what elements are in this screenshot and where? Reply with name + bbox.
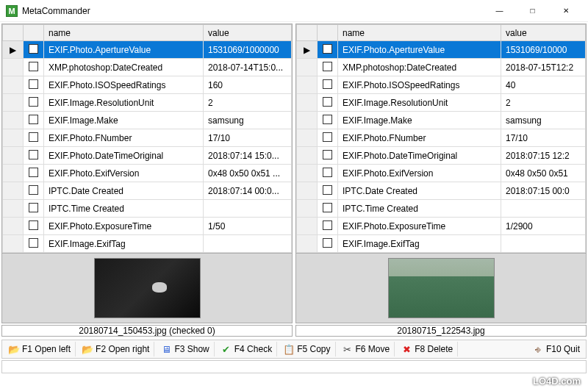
table-row[interactable]: ▶EXIF.Photo.ApertureValue1531069/1000000 [3,41,292,59]
checkbox-icon[interactable] [29,44,38,54]
row-checkbox-cell[interactable] [318,112,338,129]
row-name[interactable]: IPTC.Date Created [44,182,204,200]
row-value[interactable]: samsung [204,112,292,129]
row-value[interactable]: 2 [501,94,586,112]
table-row[interactable]: EXIF.Image.ExifTag [297,235,586,253]
table-row[interactable]: ▶EXIF.Photo.ApertureValue1531069/10000 [297,41,586,59]
row-value[interactable] [501,235,586,253]
row-name[interactable]: EXIF.Image.ResolutionUnit [44,94,204,112]
left-check-header[interactable] [24,25,44,41]
checkbox-icon[interactable] [29,203,38,212]
row-checkbox-cell[interactable] [24,182,44,200]
checkbox-icon[interactable] [323,185,332,195]
row-value[interactable]: 0x48 0x50 0x51 ... [204,165,292,182]
table-row[interactable]: EXIF.Image.ResolutionUnit2 [3,94,292,112]
table-row[interactable]: EXIF.Image.ResolutionUnit2 [297,94,586,112]
row-name[interactable]: EXIF.Photo.DateTimeOriginal [44,147,204,165]
left-name-header[interactable]: name [44,25,204,41]
row-value[interactable]: 17/10 [204,129,292,147]
table-row[interactable]: IPTC.Date Created2018:07:14 00:0... [3,182,292,200]
row-name[interactable]: EXIF.Image.ExifTag [338,235,501,253]
table-row[interactable]: EXIF.Photo.FNumber17/10 [297,129,586,147]
table-row[interactable]: IPTC.Time Created [3,200,292,218]
row-name[interactable]: EXIF.Photo.ExposureTime [338,218,501,235]
row-value[interactable]: 0x48 0x50 0x51 [501,165,586,182]
row-name[interactable]: EXIF.Photo.ISOSpeedRatings [44,76,204,94]
row-name[interactable]: EXIF.Photo.ApertureValue [338,41,501,59]
row-checkbox-cell[interactable] [24,76,44,94]
left-grid-wrap[interactable]: name value ▶EXIF.Photo.ApertureValue1531… [2,24,292,253]
row-checkbox-cell[interactable] [24,147,44,165]
row-value[interactable]: 1/2900 [501,218,586,235]
table-row[interactable]: EXIF.Photo.DateTimeOriginal2018:07:15 12… [297,147,586,165]
row-name[interactable]: EXIF.Photo.FNumber [338,129,501,147]
row-name[interactable]: EXIF.Image.ResolutionUnit [338,94,501,112]
table-row[interactable]: EXIF.Photo.ISOSpeedRatings40 [297,76,586,94]
copy-button[interactable]: 📋 F5 Copy [279,342,335,356]
table-row[interactable]: EXIF.Photo.FNumber17/10 [3,129,292,147]
table-row[interactable]: EXIF.Photo.ExifVersion0x48 0x50 0x51 [297,165,586,182]
checkbox-icon[interactable] [323,62,332,71]
show-button[interactable]: 🖥 F3 Show [156,342,214,356]
checkbox-icon[interactable] [323,132,332,142]
row-name[interactable]: EXIF.Image.Make [338,112,501,129]
row-name[interactable]: EXIF.Photo.ExposureTime [44,218,204,235]
table-row[interactable]: EXIF.Photo.ISOSpeedRatings160 [3,76,292,94]
right-grid[interactable]: name value ▶EXIF.Photo.ApertureValue1531… [296,24,586,253]
row-value[interactable]: 160 [204,76,292,94]
row-value[interactable]: 40 [501,76,586,94]
row-value[interactable]: 2018:07:14 15:0... [204,147,292,165]
row-value[interactable]: samsung [501,112,586,129]
check-button[interactable]: ✔ F4 Check [216,342,277,356]
left-grid[interactable]: name value ▶EXIF.Photo.ApertureValue1531… [2,24,292,253]
maximize-button[interactable]: □ [516,1,549,21]
table-row[interactable]: IPTC.Time Created [297,200,586,218]
row-value[interactable]: 1531069/10000 [501,41,586,59]
checkbox-icon[interactable] [323,97,332,107]
row-value[interactable]: 1531069/1000000 [204,41,292,59]
table-row[interactable]: EXIF.Photo.ExifVersion0x48 0x50 0x51 ... [3,165,292,182]
open-right-button[interactable]: 📂 F2 Open right [77,342,154,356]
row-value[interactable]: 2018:07:15 00:0 [501,182,586,200]
left-value-header[interactable]: value [204,25,292,41]
delete-button[interactable]: ✖ F8 Delete [396,342,458,356]
row-checkbox-cell[interactable] [318,235,338,253]
right-check-header[interactable] [318,25,338,41]
checkbox-icon[interactable] [29,132,38,142]
table-row[interactable]: XMP.photoshop:DateCreated2018-07-15T12:2 [297,59,586,76]
checkbox-icon[interactable] [29,238,38,248]
row-checkbox-cell[interactable] [24,218,44,235]
row-checkbox-cell[interactable] [318,165,338,182]
quit-button[interactable]: ⎆ F10 Quit [528,342,584,356]
row-value[interactable]: 17/10 [501,129,586,147]
row-value[interactable]: 2 [204,94,292,112]
row-checkbox-cell[interactable] [24,235,44,253]
row-checkbox-cell[interactable] [318,129,338,147]
row-value[interactable]: 2018-07-15T12:2 [501,59,586,76]
row-name[interactable]: IPTC.Date Created [338,182,501,200]
row-value[interactable] [501,200,586,218]
row-checkbox-cell[interactable] [318,200,338,218]
checkbox-icon[interactable] [323,44,332,54]
row-name[interactable]: EXIF.Photo.ExifVersion [44,165,204,182]
checkbox-icon[interactable] [29,220,38,230]
row-name[interactable]: EXIF.Photo.ApertureValue [44,41,204,59]
row-value[interactable]: 2018:07:14 00:0... [204,182,292,200]
checkbox-icon[interactable] [323,168,332,177]
table-row[interactable]: EXIF.Photo.ExposureTime1/50 [3,218,292,235]
right-name-header[interactable]: name [338,25,501,41]
table-row[interactable]: EXIF.Image.Makesamsung [297,112,586,129]
table-row[interactable]: EXIF.Photo.DateTimeOriginal2018:07:14 15… [3,147,292,165]
row-name[interactable]: XMP.photoshop:DateCreated [338,59,501,76]
row-checkbox-cell[interactable] [24,112,44,129]
table-row[interactable]: XMP.photoshop:DateCreated2018-07-14T15:0… [3,59,292,76]
row-value[interactable] [204,235,292,253]
checkbox-icon[interactable] [29,97,38,107]
row-name[interactable]: IPTC.Time Created [44,200,204,218]
checkbox-icon[interactable] [29,185,38,195]
checkbox-icon[interactable] [323,238,332,248]
checkbox-icon[interactable] [323,79,332,89]
minimize-button[interactable]: — [483,1,516,21]
move-button[interactable]: ✂ F6 Move [337,342,395,356]
row-name[interactable]: EXIF.Photo.ExifVersion [338,165,501,182]
